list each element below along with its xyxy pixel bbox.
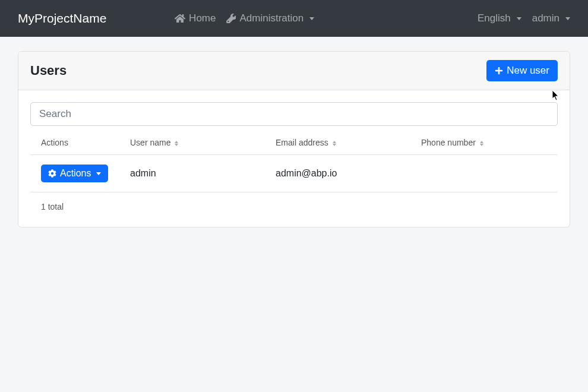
- page-title: Users: [30, 63, 67, 78]
- nav-user[interactable]: admin: [532, 12, 570, 24]
- chevron-down-icon: [565, 17, 570, 20]
- col-actions: Actions: [30, 129, 119, 155]
- table-body: Actions admin admin@abp.io: [30, 155, 558, 192]
- chevron-down-icon: [517, 17, 521, 20]
- card-header: Users New user: [18, 52, 570, 90]
- plus-icon: [495, 67, 503, 75]
- navbar: MyProjectName Home Administration Englis…: [0, 0, 588, 37]
- nav-language[interactable]: English: [478, 12, 521, 24]
- table-footer: 1 total: [30, 192, 558, 215]
- search-input[interactable]: [30, 102, 558, 126]
- nav-administration[interactable]: Administration: [226, 12, 314, 24]
- col-email-label: Email address: [276, 138, 328, 147]
- table-head: Actions User name Email address Phone nu…: [30, 129, 558, 155]
- page-container: Users New user Actions User name: [0, 37, 588, 242]
- nav-home-label: Home: [189, 12, 216, 24]
- nav-language-label: English: [478, 12, 511, 24]
- row-actions-button[interactable]: Actions: [41, 165, 108, 182]
- nav-home[interactable]: Home: [175, 12, 216, 24]
- sort-icon: [480, 141, 483, 146]
- col-username[interactable]: User name: [119, 129, 265, 155]
- nav-right: English admin: [478, 12, 570, 24]
- table-row: Actions admin admin@abp.io: [30, 155, 558, 192]
- sort-icon: [175, 141, 178, 146]
- gear-icon: [48, 169, 56, 178]
- col-username-label: User name: [130, 138, 170, 147]
- cell-username: admin: [119, 155, 265, 192]
- brand[interactable]: MyProjectName: [18, 11, 106, 26]
- new-user-button[interactable]: New user: [486, 60, 558, 81]
- card-body: Actions User name Email address Phone nu…: [18, 90, 570, 227]
- new-user-label: New user: [507, 65, 549, 77]
- sort-icon: [333, 141, 336, 146]
- col-email[interactable]: Email address: [265, 129, 410, 155]
- nav-admin-label: Administration: [239, 12, 304, 24]
- row-actions-label: Actions: [60, 168, 91, 179]
- users-table: Actions User name Email address Phone nu…: [30, 129, 558, 192]
- col-phone-label: Phone number: [421, 138, 476, 147]
- chevron-down-icon: [96, 172, 101, 175]
- nav-center: Home Administration: [175, 12, 314, 24]
- cell-email: admin@abp.io: [265, 155, 410, 192]
- col-phone[interactable]: Phone number: [410, 129, 558, 155]
- nav-user-label: admin: [532, 12, 559, 24]
- home-icon: [175, 14, 185, 23]
- wrench-icon: [226, 14, 236, 23]
- cell-phone: [410, 155, 558, 192]
- users-card: Users New user Actions User name: [18, 51, 570, 227]
- chevron-down-icon: [309, 17, 314, 20]
